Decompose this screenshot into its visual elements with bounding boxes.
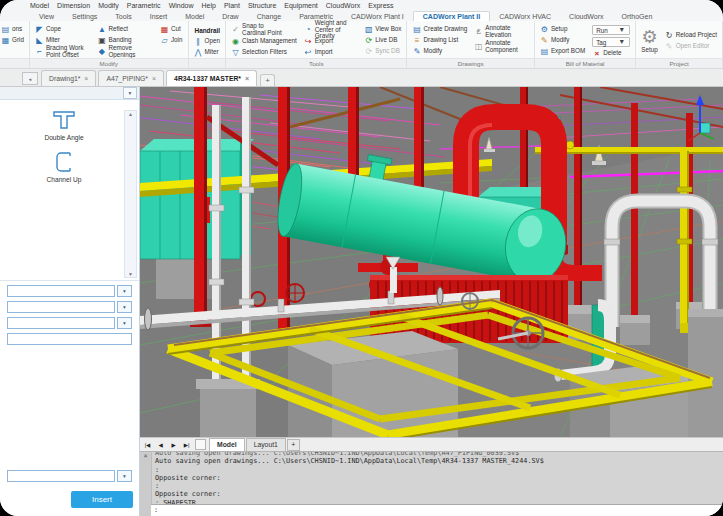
drawings-modify-button[interactable]: ✎Modify	[412, 47, 467, 56]
delete-button[interactable]: ×Delete	[592, 49, 630, 58]
palette-item-double-angle[interactable]: Double Angle	[14, 108, 114, 142]
reload-project-button[interactable]: ↻Reload Project	[665, 31, 717, 40]
annotate-elevation-button[interactable]: ₤Annotate Elevation	[474, 25, 529, 38]
combo-dropdown-button[interactable]: ▾	[117, 285, 132, 297]
modify-icon: ✎	[412, 48, 421, 56]
menu-structure[interactable]: Structure	[244, 2, 280, 9]
menu-express[interactable]: Express	[364, 2, 397, 9]
bom-setup-button[interactable]: ⚙Setup	[540, 25, 585, 34]
sync-db-button[interactable]: ⟳Sync DB	[364, 47, 401, 56]
drawing-tab-drawing1[interactable]: Drawing1*×	[41, 70, 96, 86]
scroll-down-icon[interactable]: ▼	[128, 271, 133, 277]
plus-icon: +	[265, 76, 270, 85]
ribbon-tab-view[interactable]: View	[30, 12, 63, 21]
menu-cloudworx[interactable]: CloudWorx	[322, 2, 365, 9]
handrail-miter-button[interactable]: ⋀Miter	[194, 48, 221, 57]
handrail-header[interactable]: Handrail	[194, 25, 221, 35]
new-layout-button[interactable]: +	[287, 439, 300, 451]
new-drawing-tab-button[interactable]: +	[260, 74, 275, 86]
menu-model[interactable]: Model	[26, 2, 53, 9]
scroll-up-icon[interactable]: ▲	[128, 111, 133, 117]
ribbon-tab-cadworx-hvac[interactable]: CADWorx HVAC	[490, 12, 560, 21]
drawing-tab-scroll-button[interactable]: ◂	[22, 72, 38, 85]
ribbon-tab-draw[interactable]: Draw	[213, 12, 247, 21]
menu-help[interactable]: Help	[198, 2, 220, 9]
chevron-down-icon: ▾	[123, 473, 126, 479]
ribbon-tab-cloudworx[interactable]: CloudWorx	[560, 12, 613, 21]
ribbon-tab-orthogen[interactable]: OrthoGen	[613, 12, 662, 21]
combo-textbox[interactable]	[7, 301, 115, 313]
combo-dropdown-button[interactable]: ▾	[117, 317, 132, 329]
project-setup-button[interactable]: ⚙ Setup	[641, 23, 657, 57]
generic-icon: ▤	[1, 26, 10, 34]
ribbon-tab-settings[interactable]: Settings	[63, 12, 106, 21]
tag-dropdown[interactable]: Tag▾	[592, 37, 630, 47]
command-line-text: :	[155, 466, 720, 474]
close-icon[interactable]: ×	[245, 75, 249, 82]
annotate-component-button[interactable]: ◫Annotate Component	[474, 40, 529, 53]
combo-textbox[interactable]	[7, 470, 115, 482]
run-dropdown[interactable]: Run▾	[592, 25, 630, 35]
reflect-button[interactable]: ▲Reflect	[97, 25, 153, 34]
export-button[interactable]: ↪Export	[304, 37, 358, 46]
bom-modify-button[interactable]: ✎Modify	[540, 36, 585, 45]
ribbon-tab-model[interactable]: Model	[176, 12, 213, 21]
prev-layout-button[interactable]: ◀	[155, 440, 166, 450]
palette-item-channel-up[interactable]: Channel Up	[14, 150, 114, 184]
drawing-tab-4r34-1337-master[interactable]: 4R34-1337 MASTER*×	[166, 70, 257, 86]
menu-bar: Model Dimension Modify Parametric Window…	[0, 0, 723, 10]
close-icon[interactable]: ×	[84, 75, 88, 82]
export-bom-button[interactable]: ▤Export BOM	[540, 47, 585, 56]
drawing-tab-a47-piping[interactable]: A47_PIPING*×	[98, 70, 164, 86]
live-db-button[interactable]: ⟳Live DB	[364, 36, 401, 45]
weight-cog-button[interactable]: ◔Weight and Center of Gravity	[304, 25, 358, 35]
handrail-open-button[interactable]: ∥Open	[194, 37, 221, 46]
partial-button[interactable]: ▤ons	[1, 25, 24, 34]
drawing-list-button[interactable]: ≡Drawing List	[412, 36, 467, 45]
close-icon[interactable]: ×	[140, 452, 151, 461]
menu-modify[interactable]: Modify	[94, 2, 123, 9]
combo-textbox[interactable]	[7, 317, 115, 329]
view-box-button[interactable]: ▧View Box	[364, 25, 401, 34]
last-layout-button[interactable]: ▶|	[181, 440, 192, 450]
ribbon-tab-tools[interactable]: Tools	[106, 12, 140, 21]
combo-dropdown-button[interactable]: ▾	[117, 470, 132, 482]
viewport-3d-scene[interactable]	[140, 87, 723, 437]
shape-size-combo-2: ▾	[7, 301, 132, 313]
remove-openings-button[interactable]: ◆Remove Openings	[97, 47, 153, 57]
cope-button[interactable]: ◤Cope	[35, 25, 91, 34]
text-input[interactable]	[7, 333, 132, 345]
ribbon-tab-cadworx-plant-2[interactable]: CADWorx Plant II	[413, 11, 490, 21]
join-button[interactable]: ▱Join	[160, 36, 183, 45]
cut-button[interactable]: ▦Cut	[160, 25, 183, 34]
close-icon[interactable]: ×	[152, 75, 156, 82]
ribbon-tab-insert[interactable]: Insert	[141, 12, 177, 21]
insert-button[interactable]: Insert	[71, 491, 133, 508]
nav-last-icon: ▶|	[184, 442, 190, 448]
next-layout-button[interactable]: ▶	[168, 440, 179, 450]
combo-textbox[interactable]	[7, 285, 115, 297]
import-button[interactable]: ↩Import	[304, 48, 358, 57]
ribbon-tab-change[interactable]: Change	[248, 12, 291, 21]
menu-dimension[interactable]: Dimension	[53, 2, 94, 9]
first-layout-button[interactable]: |◀	[142, 440, 153, 450]
menu-plant[interactable]: Plant	[220, 2, 244, 9]
command-input[interactable]: :	[151, 504, 723, 516]
tab-model[interactable]: Model	[209, 438, 245, 452]
snap-cardinal-point-button[interactable]: ✓Snap to Cardinal Point	[231, 25, 297, 35]
combo-dropdown-button[interactable]: ▾	[117, 301, 132, 313]
model-viewport[interactable]	[140, 87, 723, 437]
tab-layout1[interactable]: Layout1	[246, 438, 286, 452]
clash-management-button[interactable]: ◉Clash Management	[231, 37, 297, 46]
palette-scrollbar[interactable]: ▲ ▼	[124, 110, 137, 278]
bracing-work-point-offset-button[interactable]: ⌐Bracing Work Point Offset	[35, 47, 91, 57]
create-drawing-button[interactable]: ▤Create Drawing	[412, 25, 467, 34]
open-editor-button[interactable]: ✎Open Editor	[665, 42, 717, 51]
shape-text-field	[7, 333, 132, 345]
menu-window[interactable]: Window	[165, 2, 198, 9]
palette-dropdown-button[interactable]: ▾	[123, 87, 137, 99]
grid-button[interactable]: ▦Grid	[1, 36, 24, 45]
menu-parametric[interactable]: Parametric	[123, 2, 165, 9]
menu-equipment[interactable]: Equipment	[280, 2, 321, 9]
selection-filters-button[interactable]: ▽Selection Filters	[231, 48, 297, 57]
